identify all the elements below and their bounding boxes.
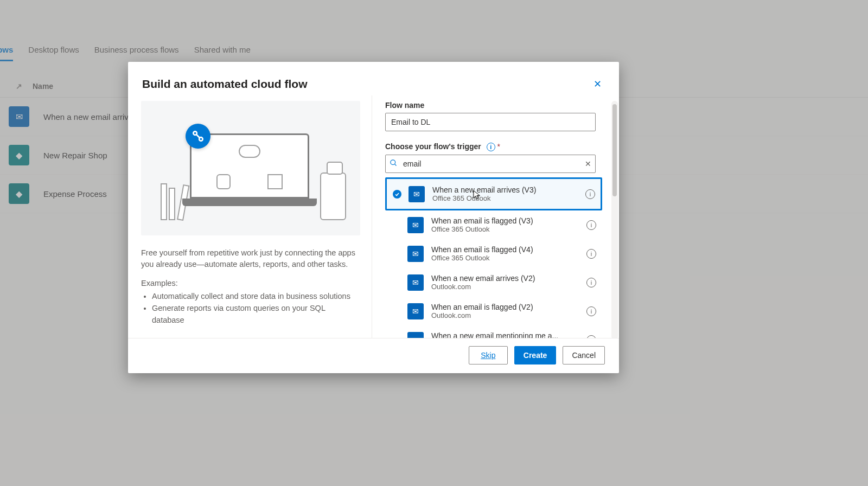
outlook-icon: ✉ [407, 332, 424, 338]
trigger-title: When an email is flagged (V2) [431, 303, 586, 311]
info-icon[interactable]: i [586, 249, 596, 259]
info-icon[interactable]: i [586, 220, 596, 230]
flow-name-input[interactable] [385, 113, 596, 131]
dialog-left-panel: Free yourself from repetitive work just … [128, 95, 372, 338]
trigger-connector: Office 365 Outlook [431, 225, 586, 233]
skip-button[interactable]: Skip [469, 346, 508, 364]
info-icon[interactable]: i [586, 278, 596, 287]
svg-point-1 [199, 137, 203, 140]
trigger-title: When a new email arrives (V2) [431, 274, 586, 283]
trigger-title: When a new email arrives (V3) [432, 186, 585, 194]
trigger-item-selected[interactable]: ✉ When a new email arrives (V3) Office 3… [385, 177, 602, 210]
trigger-list: ✉ When a new email arrives (V3) Office 3… [385, 177, 602, 338]
trigger-search-input[interactable] [385, 155, 596, 173]
trigger-item[interactable]: ✉ When an email is flagged (V3) Office 3… [385, 210, 602, 239]
build-automated-flow-dialog: Build an automated cloud flow ✕ [128, 62, 619, 373]
scrollbar[interactable] [611, 101, 618, 338]
info-icon[interactable]: i [586, 306, 596, 316]
close-icon[interactable]: ✕ [590, 75, 605, 93]
trigger-title: When an email is flagged (V3) [431, 216, 586, 225]
flow-illustration [141, 101, 360, 235]
info-icon[interactable]: i [585, 189, 595, 199]
example-item: Automatically collect and store data in … [152, 291, 359, 303]
trigger-item[interactable]: ✉ When a new email mentioning me a... Ou… [385, 325, 602, 338]
outlook-icon: ✉ [407, 274, 424, 291]
cancel-button[interactable]: Cancel [563, 346, 605, 364]
svg-line-3 [394, 164, 396, 166]
trigger-item[interactable]: ✉ When a new email arrives (V2) Outlook.… [385, 268, 602, 297]
create-button[interactable]: Create [514, 346, 557, 364]
radio-checked-icon [392, 190, 402, 199]
examples-label: Examples: [141, 279, 359, 287]
info-icon[interactable]: i [586, 335, 596, 338]
dialog-right-panel: Flow name Choose your flow's trigger i ✕ [372, 95, 619, 338]
trigger-connector: Outlook.com [431, 283, 586, 291]
trigger-connector: Office 365 Outlook [431, 254, 586, 262]
svg-point-0 [193, 131, 197, 135]
clear-icon[interactable]: ✕ [585, 159, 591, 168]
trigger-item[interactable]: ✉ When an email is flagged (V4) Office 3… [385, 239, 602, 268]
trigger-connector: Office 365 Outlook [432, 194, 585, 202]
flow-name-label: Flow name [385, 101, 605, 110]
outlook-icon: ✉ [407, 303, 424, 319]
flow-node-icon [186, 124, 210, 149]
search-icon [390, 159, 398, 169]
outlook-icon: ✉ [409, 186, 425, 202]
trigger-connector: Outlook.com [431, 311, 586, 319]
trigger-label: Choose your flow's trigger i [385, 142, 605, 151]
info-icon[interactable]: i [487, 143, 495, 151]
trigger-title: When a new email mentioning me a... [431, 331, 586, 338]
dialog-title: Build an automated cloud flow [142, 78, 308, 91]
dialog-description: Free yourself from repetitive work just … [141, 247, 359, 270]
trigger-title: When an email is flagged (V4) [431, 245, 586, 254]
trigger-item[interactable]: ✉ When an email is flagged (V2) Outlook.… [385, 297, 602, 325]
example-item: Generate reports via custom queries on y… [152, 303, 359, 327]
svg-point-2 [391, 160, 395, 165]
outlook-icon: ✉ [407, 217, 424, 233]
outlook-icon: ✉ [407, 246, 424, 262]
